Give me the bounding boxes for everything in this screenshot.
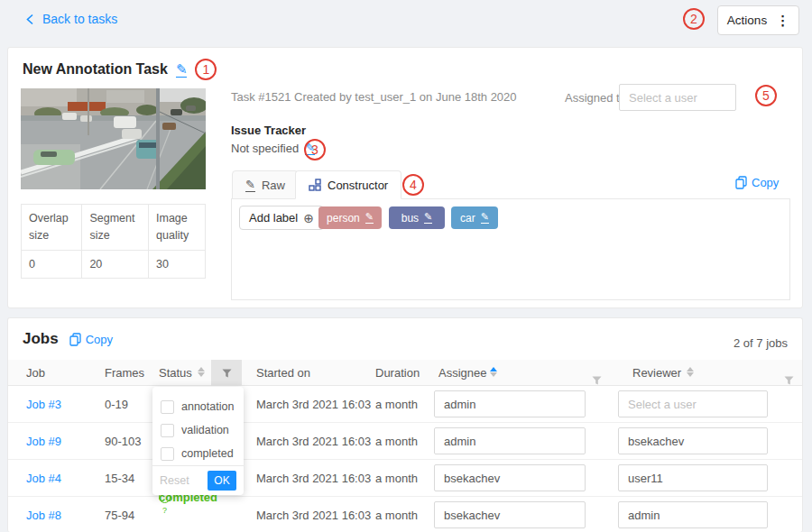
annotation-badge-1: 1 — [195, 59, 217, 80]
filter-option-completed-label: completed — [181, 447, 234, 460]
pencil-icon: ✎ — [245, 179, 255, 192]
task-params-table: Overlap size Segment size Image quality … — [21, 204, 206, 279]
job-link[interactable]: Job #9 — [26, 423, 61, 460]
job-link[interactable]: Job #4 — [26, 460, 61, 497]
cvat-task-page: Back to tasks 2 Actions ⋮ New Annotation… — [0, 0, 812, 532]
frames-cell: 15-34 — [105, 460, 134, 497]
plus-circle-icon: ⊕ — [303, 212, 314, 225]
tab-constructor[interactable]: Constructor — [295, 170, 401, 199]
filter-option-annotation[interactable]: annotation — [152, 395, 244, 418]
duration-cell: a month — [375, 460, 418, 497]
task-title-row: New Annotation Task ✎ 1 — [23, 59, 217, 80]
task-meta: Task #1521 Created by test_user_1 on Jun… — [231, 90, 517, 104]
status-filter-button[interactable] — [211, 360, 242, 386]
edit-title-icon[interactable]: ✎ — [176, 62, 188, 78]
started-cell: March 3rd 2021 16:03 — [256, 460, 371, 497]
status-sort-icon[interactable] — [198, 367, 205, 377]
jobs-header: Jobs Copy — [23, 330, 113, 348]
col-frames: Frames — [105, 360, 144, 386]
copy-icon — [69, 333, 81, 346]
label-constructor-panel: Add label ⊕ person ✎ bus ✎ car ✎ — [231, 198, 790, 300]
checkbox-validation[interactable] — [161, 424, 174, 437]
copy-jobs-link[interactable]: Copy — [69, 333, 113, 346]
filter-reset-button[interactable]: Reset — [160, 474, 189, 487]
label-chip-person-text: person — [327, 212, 360, 225]
task-details-card: New Annotation Task ✎ 1 — [7, 47, 803, 308]
checkbox-completed[interactable] — [161, 447, 174, 461]
tab-raw-label: Raw — [262, 179, 285, 192]
back-to-tasks-label: Back to tasks — [42, 12, 117, 26]
filter-funnel-icon — [784, 376, 794, 385]
col-reviewer: Reviewer — [632, 360, 681, 386]
started-cell: March 3rd 2021 16:03 — [256, 423, 371, 460]
frames-cell: 90-103 — [105, 423, 141, 460]
traffic-scene-illustration — [21, 88, 206, 189]
param-value-quality: 30 — [149, 250, 206, 278]
reviewer-input[interactable] — [618, 390, 768, 417]
filter-ok-button[interactable]: OK — [208, 471, 236, 491]
filter-funnel-icon — [592, 376, 602, 385]
add-label-text: Add label — [249, 211, 298, 225]
filter-dropdown-footer: Reset OK — [152, 465, 244, 495]
assignee-input[interactable] — [434, 464, 586, 491]
filter-option-validation-label: validation — [181, 424, 229, 436]
copy-jobs-label: Copy — [86, 333, 113, 346]
col-status: Status — [159, 360, 192, 386]
tab-raw[interactable]: ✎ Raw — [232, 170, 299, 199]
param-value-segment: 20 — [82, 250, 149, 278]
label-chip-bus-text: bus — [401, 212, 419, 225]
reviewer-sort-icon[interactable] — [687, 367, 694, 377]
reviewer-input[interactable] — [618, 464, 768, 491]
edit-label-icon[interactable]: ✎ — [481, 212, 489, 224]
label-chip-car[interactable]: car ✎ — [451, 206, 498, 229]
jobs-title: Jobs — [23, 330, 59, 348]
edit-label-icon[interactable]: ✎ — [424, 212, 432, 224]
reviewer-input[interactable] — [618, 501, 768, 528]
task-title: New Annotation Task — [23, 61, 168, 78]
started-cell: March 3rd 2021 16:03 — [256, 497, 371, 532]
back-to-tasks-link[interactable]: Back to tasks — [25, 12, 117, 26]
job-row-3: Job #4 15-34 March 3rd 2021 16:03 a mont… — [8, 460, 802, 497]
copy-icon — [735, 176, 747, 189]
duration-cell: a month — [375, 423, 418, 460]
assignee-input[interactable] — [434, 427, 586, 454]
issue-tracker-value-row: Not specified ✎ — [231, 142, 315, 155]
filter-funnel-icon — [222, 369, 232, 378]
job-link[interactable]: Job #8 — [26, 497, 61, 532]
job-link[interactable]: Job #3 — [26, 386, 61, 423]
annotation-badge-5: 5 — [755, 85, 777, 106]
build-blocks-icon — [309, 179, 321, 191]
label-chip-person[interactable]: person ✎ — [318, 206, 382, 229]
tab-constructor-label: Constructor — [328, 179, 388, 192]
duration-cell: a month — [375, 497, 418, 532]
param-value-overlap: 0 — [22, 250, 82, 278]
edit-label-icon[interactable]: ✎ — [365, 212, 374, 224]
annotation-badge-4: 4 — [402, 174, 424, 196]
checkbox-annotation[interactable] — [161, 400, 174, 414]
label-chip-bus[interactable]: bus ✎ — [389, 206, 445, 229]
chevron-left-icon — [25, 14, 35, 25]
col-job: Job — [26, 360, 45, 386]
task-preview-image — [21, 88, 206, 189]
filter-option-completed[interactable]: completed — [152, 442, 244, 465]
actions-button[interactable]: Actions ⋮ — [717, 5, 799, 35]
assignee-input[interactable] — [434, 501, 586, 528]
job-row-1: Job #3 0-19 March 3rd 2021 16:03 a month — [8, 386, 802, 423]
more-vertical-icon: ⋮ — [776, 13, 789, 29]
actions-label: Actions — [727, 14, 767, 27]
assignee-sort-icon[interactable] — [490, 367, 497, 377]
add-label-button[interactable]: Add label ⊕ — [239, 206, 324, 230]
col-duration: Duration — [375, 360, 420, 386]
assigned-to-input[interactable] — [619, 84, 736, 111]
assigned-to-label: Assigned to — [565, 91, 626, 105]
copy-labels-link[interactable]: Copy — [735, 176, 779, 189]
reviewer-input[interactable] — [618, 427, 768, 454]
annotation-badge-2: 2 — [683, 8, 705, 30]
filter-option-validation[interactable]: validation — [152, 418, 244, 442]
col-started: Started on — [256, 360, 310, 386]
copy-labels-label: Copy — [752, 176, 779, 189]
frames-cell: 0-19 — [105, 386, 128, 423]
annotation-badge-3: 3 — [304, 139, 326, 161]
assignee-input[interactable] — [434, 390, 586, 417]
filter-option-annotation-label: annotation — [181, 400, 234, 413]
